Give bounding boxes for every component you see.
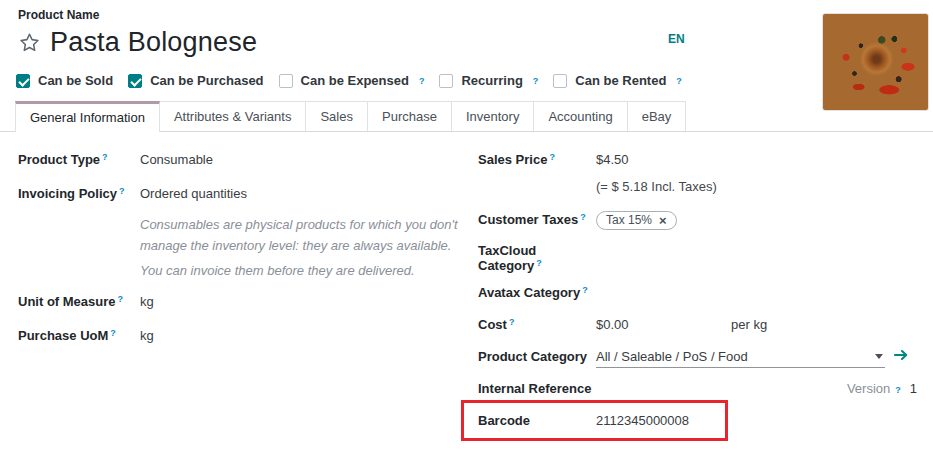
- help-icon: ?: [118, 294, 124, 304]
- tab-purchase[interactable]: Purchase: [368, 101, 452, 131]
- product-image[interactable]: [822, 13, 929, 111]
- form-right-column: Sales Price? $4.50 (= $ 5.18 Incl. Taxes…: [466, 152, 933, 445]
- product-category-value[interactable]: All / Saleable / PoS / Food: [596, 349, 748, 364]
- tax-tag-label: Tax 15%: [606, 213, 652, 227]
- field-product-type: Product Type? Consumable: [18, 152, 426, 172]
- field-label: Purchase UoM?: [18, 328, 140, 343]
- checkbox-recurring[interactable]: Recurring?: [439, 73, 538, 88]
- field-label: Product Type?: [18, 152, 140, 167]
- version-label: Version: [847, 381, 890, 396]
- tab-general-information[interactable]: General Information: [15, 101, 160, 132]
- cost-uom-suffix: per kg: [731, 317, 767, 332]
- field-label: Avatax Category?: [478, 285, 596, 300]
- tab-sales[interactable]: Sales: [306, 101, 368, 131]
- field-unit-of-measure: Unit of Measure? kg: [18, 294, 426, 314]
- internal-link-arrow-icon[interactable]: [894, 349, 909, 361]
- help-icon: ?: [533, 76, 539, 86]
- cost-value[interactable]: $0.00: [596, 317, 731, 332]
- field-label: Internal Reference: [478, 381, 596, 396]
- invoicing-policy-value[interactable]: Ordered quantities: [140, 186, 247, 201]
- sales-price-value[interactable]: $4.50: [596, 152, 629, 167]
- checkbox-label: Can be Purchased: [150, 73, 263, 88]
- notebook-tabbar: General Information Attributes & Variant…: [0, 101, 933, 132]
- header: Product Name Pasta Bolognese EN: [0, 0, 933, 58]
- checkbox-can-be-sold[interactable]: Can be Sold: [16, 73, 113, 88]
- help-icon: ?: [549, 152, 555, 162]
- field-label: Unit of Measure?: [18, 294, 140, 309]
- tax-tag-chip[interactable]: Tax 15% ×: [596, 211, 677, 230]
- field-sales-price: Sales Price? $4.50: [478, 152, 917, 172]
- tag-remove-icon[interactable]: ×: [659, 214, 667, 227]
- field-product-category: Product Category All / Saleable / PoS / …: [478, 349, 917, 369]
- field-barcode: Barcode 2112345000008: [478, 413, 917, 433]
- help-icon: ?: [509, 317, 515, 327]
- checkbox-label: Can be Rented: [575, 73, 666, 88]
- field-customer-taxes: Customer Taxes? Tax 15% ×: [478, 211, 917, 231]
- field-invoicing-policy: Invoicing Policy? Ordered quantities: [18, 186, 426, 206]
- favorite-star-icon[interactable]: [18, 31, 41, 54]
- checkbox-label: Can be Expensed: [301, 73, 409, 88]
- consumable-help-note: Consumables are physical products for wh…: [140, 214, 458, 256]
- version-value[interactable]: 1: [910, 381, 917, 396]
- field-label: Customer Taxes?: [478, 212, 596, 227]
- product-type-value[interactable]: Consumable: [140, 152, 213, 167]
- tab-attributes-variants[interactable]: Attributes & Variants: [160, 101, 307, 131]
- checkbox-can-be-rented[interactable]: Can be Rented?: [553, 73, 682, 88]
- checkbox-label: Can be Sold: [38, 73, 113, 88]
- field-label: Barcode: [478, 413, 596, 428]
- field-label: Product Category: [478, 349, 596, 364]
- help-icon: ?: [419, 76, 425, 86]
- product-category-select[interactable]: All / Saleable / PoS / Food: [596, 349, 885, 368]
- help-icon: ?: [582, 285, 588, 295]
- product-form-page: Product Name Pasta Bolognese EN Can be S…: [0, 0, 933, 466]
- help-icon: ?: [110, 328, 116, 338]
- field-label: Sales Price?: [478, 152, 596, 167]
- general-information-panel: Product Type? Consumable Invoicing Polic…: [0, 132, 933, 445]
- field-label: Invoicing Policy?: [18, 186, 140, 201]
- help-icon: ?: [536, 258, 542, 268]
- checkbox-can-be-expensed[interactable]: Can be Expensed?: [279, 73, 425, 88]
- tab-ebay[interactable]: eBay: [628, 101, 687, 131]
- help-icon: ?: [102, 152, 108, 162]
- sales-price-incl-taxes-row: (= $ 5.18 Incl. Taxes): [478, 179, 917, 199]
- field-label: Cost?: [478, 317, 596, 332]
- product-flags-row: Can be Sold Can be Purchased Can be Expe…: [16, 73, 933, 88]
- checkbox-label: Recurring: [461, 73, 522, 88]
- field-label: TaxCloud Category?: [478, 243, 596, 273]
- field-purchase-uom: Purchase UoM? kg: [18, 328, 426, 348]
- checkbox-checked-icon[interactable]: [16, 74, 30, 88]
- chevron-down-icon[interactable]: [875, 354, 883, 359]
- checkbox-can-be-purchased[interactable]: Can be Purchased: [128, 73, 263, 88]
- field-taxcloud-category: TaxCloud Category?: [478, 243, 917, 273]
- purchase-uom-value[interactable]: kg: [140, 328, 154, 343]
- tab-inventory[interactable]: Inventory: [452, 101, 534, 131]
- page-title[interactable]: Pasta Bolognese: [50, 27, 257, 58]
- unit-of-measure-value[interactable]: kg: [140, 294, 154, 309]
- barcode-value[interactable]: 2112345000008: [596, 413, 689, 428]
- help-icon: ?: [580, 212, 586, 222]
- help-icon: ?: [119, 186, 125, 196]
- help-icon: ?: [895, 385, 901, 395]
- language-badge[interactable]: EN: [668, 32, 685, 46]
- version-block: Version? 1: [847, 381, 917, 396]
- checkbox-unchecked-icon[interactable]: [279, 74, 293, 88]
- checkbox-unchecked-icon[interactable]: [439, 74, 453, 88]
- product-name-caption: Product Name: [18, 8, 933, 22]
- tab-accounting[interactable]: Accounting: [534, 101, 627, 131]
- help-icon: ?: [676, 76, 682, 86]
- checkbox-unchecked-icon[interactable]: [553, 74, 567, 88]
- field-internal-reference: Internal Reference Version? 1: [478, 381, 917, 401]
- price-incl-taxes: (= $ 5.18 Incl. Taxes): [596, 179, 717, 194]
- invoice-help-note: You can invoice them before they are del…: [140, 260, 458, 281]
- form-left-column: Product Type? Consumable Invoicing Polic…: [0, 152, 466, 445]
- field-cost: Cost? $0.00 per kg: [478, 317, 917, 337]
- checkbox-checked-icon[interactable]: [128, 74, 142, 88]
- field-avatax-category: Avatax Category?: [478, 285, 917, 305]
